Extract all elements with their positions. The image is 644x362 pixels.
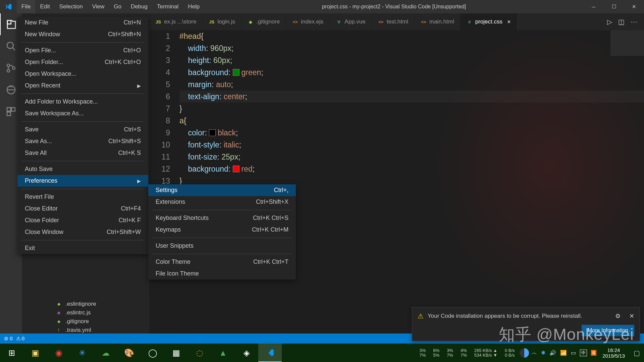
tab-app-vue[interactable]: VApp.vue <box>330 13 372 30</box>
taskbar-clock[interactable]: 16:242019/5/13 <box>599 347 628 359</box>
disk-usage-icon[interactable] <box>520 348 529 358</box>
tray-sogou-icon[interactable]: S <box>591 350 597 356</box>
menu-item-preferences[interactable]: Preferences▶ <box>17 175 148 187</box>
taskbar-stat: 0 B/s0 B/s <box>503 348 517 358</box>
menu-file[interactable]: File <box>17 0 35 13</box>
vscode-taskbar-icon[interactable] <box>258 344 282 362</box>
menu-item-save-workspace-as---[interactable]: Save Workspace As... <box>17 108 148 119</box>
menu-item-new-file[interactable]: New FileCtrl+N <box>17 17 148 28</box>
menu-item-close-window[interactable]: Close WindowCtrl+Shift+W <box>17 226 148 238</box>
code-line[interactable]: font-size: 25px; <box>179 151 644 163</box>
html-file-icon: <> <box>421 19 427 25</box>
android-studio-icon[interactable]: ▲ <box>211 344 235 362</box>
tab-test-html[interactable]: <>test.html <box>372 13 415 30</box>
tray-wifi-icon[interactable]: 📶 <box>560 350 567 356</box>
app-icon-5[interactable]: ◈ <box>235 344 258 362</box>
tab-main-html[interactable]: <>main.html <box>415 13 461 30</box>
tab--gitignore[interactable]: ◆.gitignore <box>241 13 286 30</box>
code-line[interactable]: background: red; <box>179 163 644 175</box>
menu-item-save[interactable]: SaveCtrl+S <box>17 124 148 135</box>
close-button[interactable]: ✕ <box>624 0 644 13</box>
svg-point-2 <box>7 69 10 72</box>
submenu-item-extensions[interactable]: ExtensionsCtrl+Shift+X <box>148 196 296 208</box>
code-line[interactable]: margin: auto; <box>179 78 644 90</box>
submenu-item-keymaps[interactable]: KeymapsCtrl+K Ctrl+M <box>148 224 296 236</box>
run-icon[interactable]: ▷ <box>607 18 612 26</box>
chrome-icon[interactable]: ◯ <box>141 344 164 362</box>
app-icon-2[interactable]: ✳ <box>70 344 94 362</box>
menu-help[interactable]: Help <box>183 0 204 13</box>
taskbar-stat: 3%7% <box>445 348 455 358</box>
app-icon-1[interactable]: ◉ <box>47 344 70 362</box>
submenu-item-user-snippets[interactable]: User Snippets <box>148 240 296 252</box>
tray-chevron-up-icon[interactable]: ︿ <box>532 349 537 356</box>
tab-project-css[interactable]: #project.css× <box>461 13 517 30</box>
menu-item-close-editor[interactable]: Close EditorCtrl+F4 <box>17 203 148 215</box>
tab-ex-js-----store[interactable]: JSex.js ...\store <box>149 13 203 30</box>
menu-terminal[interactable]: Terminal <box>152 0 183 13</box>
submenu-item-keyboard-shortcuts[interactable]: Keyboard ShortcutsCtrl+K Ctrl+S <box>148 212 296 224</box>
notification-gear-icon[interactable]: ⚙ <box>615 312 621 320</box>
menu-view[interactable]: View <box>88 0 109 13</box>
paint-icon[interactable]: 🎨 <box>117 344 141 362</box>
action-center-icon[interactable]: ▢ <box>634 349 640 357</box>
svg-point-3 <box>12 67 15 69</box>
tray-ime-icon[interactable]: 中 <box>580 350 587 356</box>
minimize-button[interactable]: ─ <box>584 0 604 13</box>
tray-bluetooth-icon[interactable]: ✱ <box>541 350 545 356</box>
tab-index-ejs[interactable]: <>index.ejs <box>286 13 330 30</box>
code-line[interactable]: a{ <box>179 115 644 127</box>
menu-debug[interactable]: Debug <box>126 0 152 13</box>
app-icon-3[interactable]: ▦ <box>164 344 188 362</box>
maximize-button[interactable]: ☐ <box>604 0 624 13</box>
menu-item-open-recent[interactable]: Open Recent▶ <box>17 80 148 92</box>
file--gitignore[interactable]: ◆.gitignore <box>22 317 149 326</box>
submenu-item-file-icon-theme[interactable]: File Icon Theme <box>148 268 296 280</box>
wechat-icon[interactable]: ☁ <box>94 344 117 362</box>
menu-item-open-file---[interactable]: Open File...Ctrl+O <box>17 45 148 56</box>
windows-taskbar: ⊞ ▣ ◉ ✳ ☁ 🎨 ◯ ▦ ◌ ▲ ◈ 3%7%6%5%3%7%4%7%26… <box>0 344 644 362</box>
code-line[interactable]: width: 960px; <box>179 42 644 54</box>
menu-item-close-folder[interactable]: Close FolderCtrl+K F <box>17 215 148 226</box>
menu-edit[interactable]: Edit <box>35 0 54 13</box>
menu-item-open-folder---[interactable]: Open Folder...Ctrl+K Ctrl+O <box>17 56 148 68</box>
code-line[interactable]: } <box>179 103 644 115</box>
menu-item-save-all[interactable]: Save AllCtrl+K S <box>17 147 148 159</box>
tray-battery-icon[interactable]: ▭ <box>571 350 576 356</box>
split-icon[interactable]: ◫ <box>618 18 625 26</box>
more-icon[interactable]: ⋯ <box>631 18 637 26</box>
menu-item-exit[interactable]: Exit <box>17 242 148 254</box>
menu-item-open-workspace---[interactable]: Open Workspace... <box>17 68 148 80</box>
file--eslintignore[interactable]: ◆.eslintignore <box>22 300 149 308</box>
taskbar-stat: 4%7% <box>459 348 469 358</box>
more-information-button[interactable]: More Information <box>582 325 634 336</box>
status-warnings[interactable]: ⚠ 0 <box>16 336 25 342</box>
submenu-item-settings[interactable]: SettingsCtrl+, <box>148 184 296 196</box>
start-button[interactable]: ⊞ <box>0 344 23 362</box>
tab-login-js[interactable]: JSlogin.js <box>203 13 241 30</box>
code-line[interactable]: height: 60px; <box>179 54 644 66</box>
notification-close-icon[interactable]: ✕ <box>629 312 634 320</box>
submenu-item-color-theme[interactable]: Color ThemeCtrl+K Ctrl+T <box>148 256 296 268</box>
menu-item-revert-file[interactable]: Revert File <box>17 191 148 203</box>
menu-selection[interactable]: Selection <box>55 0 88 13</box>
app-icon-4[interactable]: ◌ <box>188 344 211 362</box>
file-type-icon: ◆ <box>55 318 62 325</box>
menu-go[interactable]: Go <box>109 0 126 13</box>
menu-item-add-folder-to-workspace---[interactable]: Add Folder to Workspace... <box>17 96 148 108</box>
code-line[interactable]: text-align: center; <box>179 90 644 103</box>
menu-item-save-as---[interactable]: Save As...Ctrl+Shift+S <box>17 135 148 147</box>
code-line[interactable]: font-style: italic; <box>179 139 644 151</box>
menu-item-auto-save[interactable]: Auto Save <box>17 163 148 175</box>
status-errors[interactable]: ⊘ 0 <box>4 336 13 342</box>
file--eslintrc-js[interactable]: ◉.eslintrc.js <box>22 308 149 317</box>
window-title: project.css - my-project2 - Visual Studi… <box>204 4 584 10</box>
tab-close-icon[interactable]: × <box>507 18 511 25</box>
code-line[interactable]: color: black; <box>179 127 644 139</box>
tray-volume-icon[interactable]: 🔊 <box>549 350 556 356</box>
menu-item-new-window[interactable]: New WindowCtrl+Shift+N <box>17 28 148 40</box>
code-line[interactable]: #head{ <box>179 30 644 42</box>
file-menu-dropdown: New FileCtrl+NNew WindowCtrl+Shift+NOpen… <box>17 17 148 254</box>
file-explorer-icon[interactable]: ▣ <box>23 344 47 362</box>
code-line[interactable]: background: green; <box>179 66 644 78</box>
